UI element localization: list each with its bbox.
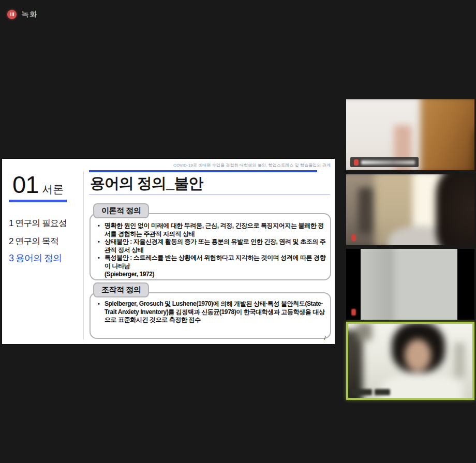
slide-running-head: COVID-19로 비대면 수업을 경험한 대학생의 불안, 학업스트레스 및 … — [173, 162, 331, 168]
theoretical-bullet-list: 명확한 원인 없이 미래에 대한 두려움, 근심, 걱정, 긴장으로 특징지어지… — [91, 214, 330, 278]
slide-page-number: 7 — [323, 335, 326, 341]
section-number: 01 — [12, 172, 38, 197]
muted-mic-icon — [354, 159, 359, 166]
toc-item-need-of-study: 1 연구의 필요성 — [9, 217, 67, 229]
recording-label: 녹화 — [21, 9, 38, 19]
box-label-theoretical-definition: 이론적 정의 — [93, 203, 149, 218]
participant-4-video-feed — [346, 322, 474, 400]
slide-title: 용어의 정의_불안 — [90, 173, 203, 194]
record-pause-icon[interactable] — [7, 10, 17, 19]
definition-box-theoretical: 명확한 원인 없이 미래에 대한 두려움, 근심, 걱정, 긴장으로 특징지어지… — [90, 213, 331, 280]
recording-indicator[interactable]: 녹화 — [7, 9, 38, 19]
participant-1-name-label — [350, 157, 419, 167]
bullet-item: 특성불안 : 스트레스를 받는 상황에서 위험하다고 지각하는 것이며 성격에 … — [97, 254, 326, 270]
participant-3-video-feed — [361, 249, 457, 320]
operational-bullet-list: Spielberger, Grosuch 및 Lushene(1970)에 의해… — [91, 293, 330, 324]
toc-item-purpose-of-study: 2 연구의 목적 — [9, 235, 58, 247]
section-underline — [9, 200, 67, 202]
citation-text: (Spieberger, 1972) — [97, 271, 326, 279]
bullet-item: 상태불안 : 자율신경계 활동의 증가 또는 흥분의 유발로 인한 긴장, 염려… — [97, 238, 326, 254]
participant-2-video-feed — [346, 174, 474, 245]
box-label-operational-definition: 조작적 정의 — [93, 282, 149, 297]
muted-mic-icon — [351, 309, 356, 316]
shared-screen-slide: COVID-19로 비대면 수업을 경험한 대학생의 불안, 학업스트레스 및 … — [2, 159, 335, 344]
participant-video-3[interactable] — [346, 249, 474, 320]
section-title: 서론 — [42, 182, 64, 197]
participant-video-4-active-speaker[interactable] — [346, 322, 474, 400]
title-top-rule — [89, 170, 317, 172]
participant-1-name-blurred — [361, 160, 415, 165]
participant-video-2[interactable] — [346, 174, 474, 245]
bullet-item: 명확한 원인 없이 미래에 대한 두려움, 근심, 걱정, 긴장으로 특징지어지… — [97, 222, 326, 238]
participant-video-1[interactable] — [346, 99, 474, 170]
muted-mic-icon — [351, 234, 356, 241]
toc-item-definition-of-terms: 3 용어의 정의 — [9, 252, 62, 264]
definition-box-operational: Spielberger, Grosuch 및 Lushene(1970)에 의해… — [90, 292, 331, 339]
slide-section-heading: 01 서론 — [12, 172, 64, 197]
sidebar-divider — [83, 171, 84, 340]
bullet-item: Spielberger, Grosuch 및 Lushene(1970)에 의해… — [97, 300, 326, 324]
participant-4-name-blurred — [351, 389, 390, 395]
title-bottom-rule — [89, 195, 330, 195]
